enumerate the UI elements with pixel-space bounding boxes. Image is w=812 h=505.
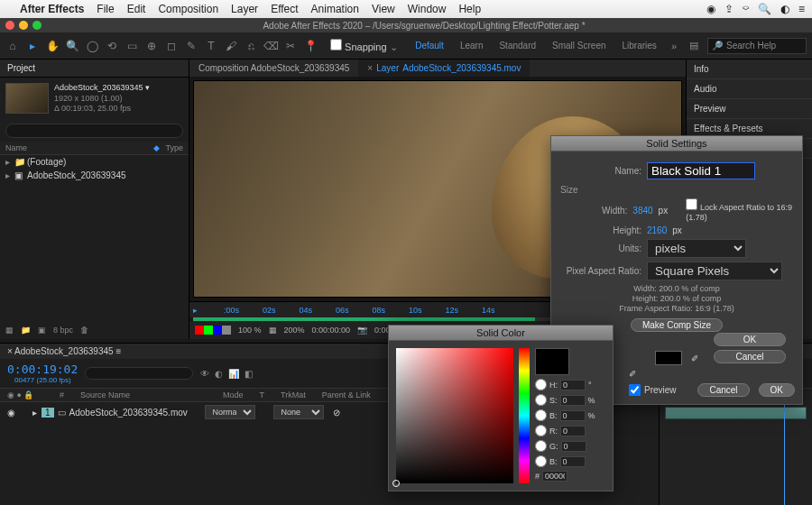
panel-info[interactable]: Info <box>687 60 812 79</box>
menu-view[interactable]: View <box>372 3 395 15</box>
workspace-default[interactable]: Default <box>410 39 449 52</box>
close-tab-icon[interactable]: × <box>367 63 373 73</box>
trash-icon[interactable]: 🗑 <box>80 326 88 335</box>
blend-mode-dropdown[interactable]: Normal <box>205 405 255 419</box>
snapping-checkbox[interactable] <box>330 39 342 50</box>
menu-window[interactable]: Window <box>408 3 447 15</box>
workspace-libraries[interactable]: Libraries <box>617 39 662 52</box>
search-help-input[interactable]: 🔎Search Help <box>707 38 807 54</box>
col-t[interactable]: T <box>260 390 265 399</box>
project-row-footage[interactable]: ▸📁 (Footage) <box>0 155 189 169</box>
zoom-window-button[interactable] <box>32 21 42 30</box>
dropbox-icon[interactable]: ⇪ <box>724 3 734 15</box>
hex-input[interactable] <box>542 471 567 482</box>
color-eyedropper-icon[interactable]: ✐ <box>629 369 786 379</box>
close-window-button[interactable] <box>5 21 14 30</box>
menu-extra-icon[interactable]: ≡ <box>798 3 805 15</box>
comp-viewer-tab[interactable]: Composition AdobeStock_203639345 <box>189 60 358 77</box>
channel-bch-radio[interactable] <box>535 455 547 467</box>
mask-opacity[interactable]: 100 % <box>238 326 262 335</box>
h-input[interactable] <box>560 380 586 390</box>
new-folder-icon[interactable]: 📁 <box>21 326 31 335</box>
units-dropdown[interactable]: pixels <box>647 239 746 258</box>
menu-composition[interactable]: Composition <box>158 3 218 15</box>
asset-thumbnail[interactable] <box>5 83 49 114</box>
roto-tool-icon[interactable]: ✂ <box>283 39 298 53</box>
r-input[interactable] <box>560 426 586 436</box>
visibility-toggle-icon[interactable]: ◉ <box>7 408 20 418</box>
menu-animation[interactable]: Animation <box>311 3 359 15</box>
bch-input[interactable] <box>560 456 586 467</box>
timeline-tab[interactable]: AdobeStock_203639345 <box>14 346 114 356</box>
timecode-in[interactable]: 0:00:00:00 <box>312 326 351 335</box>
camera-tool-icon[interactable]: ▭ <box>125 39 139 53</box>
menu-help[interactable]: Help <box>458 3 481 15</box>
shy-icon[interactable]: 👁 <box>200 369 209 379</box>
saturation-value-picker[interactable] <box>396 348 513 483</box>
layer-name[interactable]: AdobeStock_203639345.mov <box>69 408 205 418</box>
search-icon[interactable]: 🔍 <box>758 3 771 15</box>
trkmat-dropdown[interactable]: None <box>273 405 324 419</box>
channel-alpha-icon[interactable] <box>222 326 231 335</box>
s-input[interactable] <box>560 395 586 406</box>
app-name[interactable]: After Effects <box>20 3 84 15</box>
wifi-icon[interactable]: ⌔ <box>743 3 749 15</box>
channel-red-icon[interactable] <box>195 326 204 335</box>
selection-tool-icon[interactable]: ▸ <box>25 39 40 53</box>
par-dropdown[interactable]: Square Pixels <box>647 262 782 280</box>
col-trkmat[interactable]: TrkMat <box>281 390 306 399</box>
minimize-window-button[interactable] <box>19 21 28 30</box>
siri-icon[interactable]: ◐ <box>780 3 789 15</box>
project-row-comp[interactable]: ▸▣ AdobeStock_203639345 <box>0 169 189 182</box>
g-input[interactable] <box>561 441 586 452</box>
channel-green-icon[interactable] <box>204 326 213 335</box>
channel-blue-icon[interactable] <box>213 326 222 335</box>
shape-tool-icon[interactable]: ◻ <box>164 39 179 53</box>
project-search-input[interactable] <box>5 124 183 138</box>
eraser-tool-icon[interactable]: ⌫ <box>263 39 278 53</box>
motion-blur-icon[interactable]: ◐ <box>215 369 223 379</box>
channel-b-radio[interactable] <box>535 409 547 421</box>
brush-tool-icon[interactable]: 🖌 <box>224 39 238 53</box>
menu-file[interactable]: File <box>97 3 114 15</box>
panel-audio[interactable]: Audio <box>687 79 812 99</box>
lock-aspect-checkbox[interactable] <box>686 198 697 210</box>
b-input[interactable] <box>560 410 586 421</box>
type-tool-icon[interactable]: T <box>204 39 218 53</box>
panel-menu-icon[interactable]: ▤ <box>686 40 702 51</box>
layer-viewer-tab[interactable]: × Layer AdobeStock_203639345.mov <box>358 60 530 77</box>
solid-name-input[interactable] <box>647 162 755 179</box>
workspace-small-screen[interactable]: Small Screen <box>547 39 611 52</box>
menu-edit[interactable]: Edit <box>127 3 146 15</box>
graph-editor-icon[interactable]: 📊 <box>228 369 239 379</box>
col-source[interactable]: Source Name <box>80 390 207 399</box>
cc-icon[interactable]: ◉ <box>706 3 715 15</box>
channel-r-radio[interactable] <box>535 425 547 436</box>
col-mode[interactable]: Mode <box>223 390 244 399</box>
new-comp-icon[interactable]: ▣ <box>38 326 46 335</box>
col-type[interactable]: Type <box>165 143 183 152</box>
timeline-search-input[interactable] <box>85 367 193 380</box>
orbit-tool-icon[interactable]: ◯ <box>85 39 99 53</box>
project-tab[interactable]: Project <box>0 60 189 78</box>
parent-pickwhip-icon[interactable]: ⊘ <box>333 408 340 418</box>
zoom-level[interactable]: 200% <box>284 326 305 335</box>
workspace-learn[interactable]: Learn <box>455 39 489 52</box>
interpret-icon[interactable]: ▦ <box>5 326 14 335</box>
grid-icon[interactable]: ▦ <box>269 326 277 335</box>
col-parent[interactable]: Parent & Link <box>322 390 371 399</box>
playhead[interactable] <box>784 398 785 505</box>
clone-tool-icon[interactable]: ⎌ <box>244 39 258 53</box>
rotate-tool-icon[interactable]: ⟲ <box>105 39 119 53</box>
channel-s-radio[interactable] <box>535 394 547 406</box>
menu-effect[interactable]: Effect <box>271 3 298 15</box>
home-icon[interactable]: ⌂ <box>5 39 20 53</box>
hue-slider[interactable] <box>519 348 530 483</box>
col-name[interactable]: Name <box>5 143 153 152</box>
anchor-tool-icon[interactable]: ⊕ <box>144 39 159 53</box>
snapshot-icon[interactable]: 📷 <box>357 326 367 335</box>
workspace-standard[interactable]: Standard <box>494 39 541 52</box>
current-timecode[interactable]: 0:00:19:02 <box>7 363 78 376</box>
bpc-label[interactable]: 8 bpc <box>53 326 73 335</box>
timeline-tracks[interactable] <box>659 389 812 505</box>
